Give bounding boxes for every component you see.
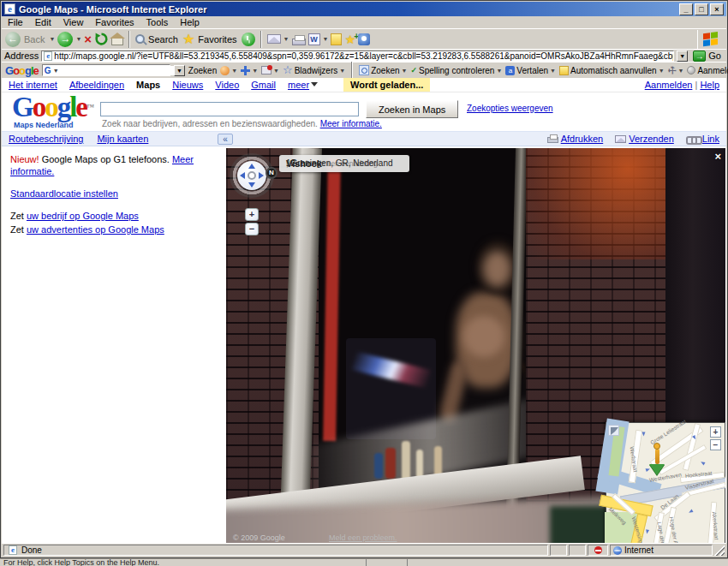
history-icon[interactable]: [242, 33, 255, 46]
maps-actions: Afdrukken Verzenden Link: [547, 134, 719, 144]
compass-inner: [237, 161, 266, 190]
translate-button[interactable]: aVertalen▼: [505, 66, 556, 75]
search-icon[interactable]: [135, 34, 145, 44]
close-street-view-icon[interactable]: ×: [714, 150, 721, 163]
zone-text: Internet: [624, 545, 653, 555]
pan-down-icon[interactable]: [248, 182, 255, 188]
report-problem-link[interactable]: Meld een probleem.: [329, 533, 397, 542]
spellcheck-button[interactable]: ✓Spelling controleren▼: [410, 66, 502, 75]
minimap-collapse-icon[interactable]: [608, 425, 619, 436]
ads-link[interactable]: uw advertenties op Google Maps: [27, 224, 164, 235]
google-maps-logo: Google™: [12, 92, 94, 122]
nav-link-web[interactable]: Het internet: [9, 80, 57, 90]
bookmarks-button[interactable]: ☆Bladwijzers▼: [283, 65, 345, 75]
toolbar-signin-button[interactable]: Aanmelden▼: [687, 66, 728, 75]
search-label[interactable]: Search: [148, 34, 178, 45]
minimap-zoom-in-button[interactable]: +: [710, 426, 721, 438]
menu-edit[interactable]: Edit: [29, 17, 57, 27]
autofill-button[interactable]: Automatisch aanvullen▼: [559, 66, 665, 75]
pegman-icon[interactable]: [655, 449, 659, 464]
zoom-out-button[interactable]: −: [245, 223, 259, 235]
browser-window: e Google Maps - Microsoft Internet Explo…: [0, 0, 728, 558]
forward-icon[interactable]: →: [57, 32, 73, 47]
pan-left-icon[interactable]: [240, 172, 245, 179]
menu-view[interactable]: View: [57, 17, 90, 27]
maximize-button[interactable]: □: [695, 3, 708, 15]
google-search-button[interactable]: Zoeken: [188, 66, 217, 75]
add-favorite-icon[interactable]: ★: [344, 33, 355, 45]
copyright-text: © 2009 Google: [233, 533, 285, 542]
toolbar-settings-button[interactable]: ⚒▼: [668, 65, 684, 76]
one-way-arrow-icon: [645, 529, 649, 536]
nav-link-gmail[interactable]: Gmail: [251, 80, 276, 90]
mail-dropdown-icon[interactable]: ▼: [283, 36, 289, 42]
go-button[interactable]: → Go: [690, 51, 724, 62]
address-dropdown-icon[interactable]: ▼: [677, 51, 688, 62]
print-icon[interactable]: [292, 39, 306, 45]
pan-right-icon[interactable]: [259, 172, 264, 179]
g-dropdown-icon[interactable]: ▼: [53, 68, 59, 74]
print-action[interactable]: Afdrukken: [547, 134, 604, 144]
one-way-arrow-icon: [642, 432, 646, 438]
status-text: Done: [21, 545, 42, 555]
tab-directions[interactable]: Routebeschrijving: [9, 134, 83, 144]
default-location-item: Standaardlocatie instellen: [10, 188, 218, 200]
site-search-button[interactable]: ▼: [220, 66, 237, 75]
forward-dropdown-icon[interactable]: ▼: [75, 36, 81, 42]
minimap-zoom-out-button[interactable]: −: [710, 439, 721, 450]
resize-grip[interactable]: [714, 545, 725, 556]
favorites-label[interactable]: Favorites: [198, 34, 236, 45]
pan-up-icon[interactable]: [248, 164, 255, 169]
signin-link[interactable]: Aanmelden: [645, 80, 693, 90]
home-icon[interactable]: [111, 38, 123, 45]
account-links: Aanmelden | Help: [645, 80, 719, 90]
messenger-icon[interactable]: [358, 33, 370, 45]
help-link[interactable]: Help: [700, 80, 719, 90]
hint-more-info-link[interactable]: Meer informatie.: [320, 119, 382, 128]
google-search-dropdown-icon[interactable]: ▼: [174, 65, 185, 76]
nav-link-images[interactable]: Afbeeldingen: [69, 80, 124, 90]
default-location-link[interactable]: Standaardlocatie instellen: [10, 188, 118, 199]
discuss-icon[interactable]: [331, 33, 342, 45]
stop-icon[interactable]: ×: [84, 33, 92, 45]
mail-icon[interactable]: [267, 34, 281, 44]
pegman-marker-arrow[interactable]: [649, 464, 665, 475]
address-input[interactable]: [54, 51, 673, 61]
nav-link-more[interactable]: meer: [288, 80, 318, 90]
north-indicator[interactable]: N: [266, 167, 277, 179]
street-view-panel[interactable]: N + − 12 Vishoek, Groningen, GR, Nederla…: [226, 148, 725, 543]
collapse-sidebar-button[interactable]: «: [218, 134, 233, 145]
close-button[interactable]: ×: [710, 3, 724, 15]
send-action[interactable]: Verzenden: [615, 134, 674, 144]
search-options-link[interactable]: Zoekopties weergeven: [467, 104, 553, 113]
add-tools-button[interactable]: ▼: [241, 66, 258, 75]
back-dropdown-icon[interactable]: ▼: [49, 36, 55, 42]
tab-my-maps[interactable]: Mijn kaarten: [97, 134, 148, 144]
outer-status-text: For Help, click Help Topics on the Help …: [0, 559, 367, 566]
menu-help[interactable]: Help: [174, 17, 206, 27]
popup-blocker-button[interactable]: ▼: [261, 66, 279, 74]
menu-favorites[interactable]: Favorites: [89, 17, 140, 27]
mini-map[interactable]: Grote Leliestraat Werfstraat Westerhaven…: [606, 422, 725, 543]
pan-grab-icon[interactable]: [248, 171, 256, 180]
find-button[interactable]: Zoeken▼: [359, 65, 407, 75]
business-link[interactable]: uw bedrijf op Google Maps: [27, 211, 139, 221]
avatar-icon: [687, 66, 695, 74]
link-action[interactable]: Link: [686, 134, 719, 144]
favorites-icon[interactable]: ★: [182, 33, 194, 46]
gtoolbar-separator: [351, 62, 353, 79]
maps-search-input[interactable]: [100, 102, 359, 116]
menu-file[interactable]: File: [2, 17, 29, 27]
google-search-input[interactable]: [61, 66, 174, 75]
maps-search-button[interactable]: Zoeken in Maps: [366, 100, 458, 118]
refresh-icon[interactable]: [94, 32, 109, 46]
zoom-in-button[interactable]: +: [245, 208, 259, 221]
back-icon[interactable]: ←: [5, 32, 21, 47]
edit-dropdown-icon[interactable]: ▼: [323, 36, 329, 42]
edit-word-icon[interactable]: [308, 33, 320, 45]
nav-link-video[interactable]: Video: [215, 80, 239, 90]
minimize-button[interactable]: _: [679, 3, 693, 15]
nav-link-news[interactable]: Nieuws: [172, 80, 203, 90]
page-content: Het internet Afbeeldingen Maps Nieuws Vi…: [2, 78, 726, 543]
menu-tools[interactable]: Tools: [140, 17, 175, 27]
